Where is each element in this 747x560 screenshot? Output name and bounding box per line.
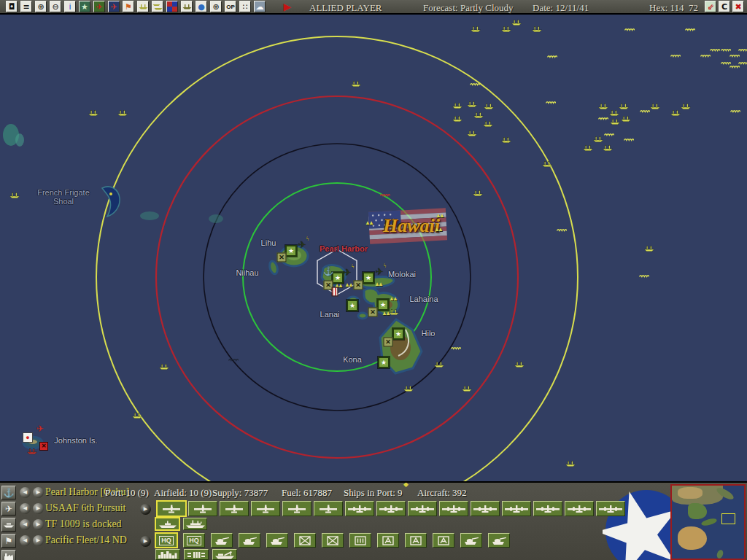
- bomber-unit-button[interactable]: [439, 501, 468, 516]
- report-icon[interactable]: ≡: [20, 1, 32, 12]
- allied-taskforce-icon[interactable]: [621, 116, 631, 122]
- city-unit-button[interactable]: [155, 549, 180, 560]
- allied-taskforce-icon[interactable]: [583, 145, 593, 152]
- allied-taskforce-icon[interactable]: [117, 110, 128, 117]
- airgroup-icon[interactable]: ✈ϟ: [298, 240, 306, 249]
- allied-taskforce-icon[interactable]: [700, 53, 711, 58]
- info-icon[interactable]: i: [64, 1, 76, 12]
- fighter-unit-button[interactable]: [314, 501, 343, 516]
- bomber-unit-button[interactable]: [596, 501, 625, 516]
- bomber-unit-button[interactable]: [565, 501, 594, 516]
- port-anchor-icon[interactable]: ⚓: [323, 267, 334, 276]
- terrain-hills-icon[interactable]: ▲▲: [344, 282, 352, 288]
- port-damage-icon[interactable]: [332, 287, 338, 297]
- prev-item-button-row4[interactable]: ◀: [20, 535, 31, 546]
- bomber-unit-button[interactable]: [376, 501, 406, 516]
- allied-taskforce-icon[interactable]: [685, 27, 695, 32]
- close-icon[interactable]: ✖: [732, 1, 744, 12]
- army-unit-button[interactable]: [405, 533, 427, 548]
- allied-base-icon[interactable]: ★: [347, 300, 358, 311]
- allied-taskforce-icon[interactable]: [228, 357, 239, 362]
- infantry-unit-icon[interactable]: ✕: [384, 338, 393, 347]
- allied-taskforce-icon[interactable]: [650, 104, 660, 110]
- shipyard-unit-button[interactable]: [212, 549, 237, 560]
- garrison-unit-button[interactable]: [349, 533, 371, 548]
- sides-grid-icon[interactable]: [166, 1, 178, 12]
- row-label-3[interactable]: TF 1009 is docked: [45, 518, 122, 530]
- infantry-unit-icon[interactable]: ✕: [277, 253, 287, 262]
- expand-list-button-row2[interactable]: ▶: [140, 504, 151, 515]
- infantry-unit-icon[interactable]: ✕: [368, 308, 378, 317]
- allied-taskforce-icon[interactable]: [738, 61, 747, 66]
- industry-icon[interactable]: [1, 550, 16, 560]
- terrain-hills-icon[interactable]: ▲▲: [434, 227, 441, 233]
- allied-taskforce-icon[interactable]: [681, 104, 691, 110]
- witp-star-icon[interactable]: ★: [79, 1, 90, 12]
- map-zoom-icon[interactable]: ⊕: [210, 1, 222, 12]
- prev-item-button-row2[interactable]: ◀: [20, 503, 31, 514]
- prev-item-button-row1[interactable]: ◀: [20, 487, 31, 498]
- allied-taskforce-icon[interactable]: [434, 362, 444, 368]
- allied-taskforce-icon[interactable]: [738, 47, 747, 52]
- allied-taskforce-icon[interactable]: [730, 109, 740, 114]
- infantry-unit-icon[interactable]: ✕: [354, 281, 363, 290]
- allied-taskforce-icon[interactable]: [598, 116, 608, 121]
- globe-icon[interactable]: ●: [196, 1, 207, 12]
- taskforce-icon[interactable]: [181, 1, 193, 12]
- airgroup-icon[interactable]: ✈ϟ: [344, 268, 352, 277]
- expand-list-button-row4[interactable]: ▶: [140, 536, 151, 547]
- allied-taskforce-icon[interactable]: [557, 228, 567, 233]
- japanese-airgroup-icon[interactable]: ✈: [36, 424, 44, 433]
- ground-units-icon[interactable]: ⚑: [1, 534, 16, 548]
- allied-taskforce-icon[interactable]: [640, 109, 650, 114]
- combat-report-icon[interactable]: C: [719, 1, 730, 12]
- allied-base-icon[interactable]: ★: [378, 357, 390, 368]
- taskforce-ship-icon[interactable]: [1, 518, 16, 532]
- allied-taskforce-icon[interactable]: [547, 54, 557, 59]
- zoom-out-icon[interactable]: ⊖: [50, 1, 61, 12]
- fighter-unit-button[interactable]: [188, 501, 217, 516]
- terrain-hills-icon[interactable]: ▲▲: [436, 213, 443, 219]
- tank-unit-button[interactable]: [488, 533, 510, 548]
- tank-unit-button[interactable]: [460, 533, 482, 548]
- allied-taskforce-icon[interactable]: [88, 110, 98, 117]
- allied-taskforce-icon[interactable]: [603, 145, 613, 152]
- allied-taskforce-icon[interactable]: [619, 104, 629, 110]
- japanese-ship-icon[interactable]: [27, 448, 37, 455]
- allied-taskforce-icon[interactable]: [462, 386, 472, 392]
- allied-taskforce-icon[interactable]: [546, 100, 556, 105]
- terrain-hills-icon[interactable]: ▲▲: [382, 311, 389, 316]
- prev-item-button-row3[interactable]: ◀: [20, 519, 31, 530]
- next-item-button-row4[interactable]: ▶: [33, 535, 44, 546]
- weather-icon[interactable]: ☁: [254, 1, 266, 12]
- patrol-boat-unit-button[interactable]: [155, 518, 179, 530]
- allied-taskforce-icon[interactable]: [473, 190, 483, 197]
- next-item-button-row2[interactable]: ▶: [33, 503, 44, 514]
- infantry-unit-button[interactable]: [322, 533, 344, 548]
- infantry-unit-button[interactable]: [294, 533, 316, 548]
- allied-taskforce-icon[interactable]: [610, 119, 620, 125]
- port-anchor-icon[interactable]: ⚓: [1, 486, 16, 499]
- allied-taskforce-icon[interactable]: [670, 110, 681, 117]
- army-unit-button[interactable]: [377, 533, 399, 548]
- allied-taskforce-icon[interactable]: [483, 121, 493, 128]
- allied-base-icon[interactable]: ★: [377, 299, 389, 311]
- zoom-in-icon[interactable]: ⊕: [35, 1, 47, 12]
- terrain-hills-icon[interactable]: ▲▲: [374, 281, 382, 287]
- allied-taskforce-icon[interactable]: [403, 386, 414, 392]
- fighter-unit-button[interactable]: [282, 501, 311, 516]
- japanese-taskforce-icon[interactable]: [380, 192, 390, 198]
- bomber-unit-button[interactable]: [502, 501, 531, 516]
- allied-taskforce-icon[interactable]: [532, 26, 542, 33]
- allied-taskforce-icon[interactable]: [644, 246, 654, 252]
- tank-unit-button[interactable]: [266, 533, 288, 548]
- allied-taskforce-icon[interactable]: [389, 309, 399, 316]
- resources-unit-button[interactable]: [184, 549, 209, 560]
- operations-icon[interactable]: OP: [225, 1, 236, 12]
- ship-icon[interactable]: [137, 1, 149, 12]
- allied-taskforce-icon[interactable]: [609, 110, 619, 117]
- fighter-unit-button[interactable]: [220, 501, 249, 516]
- allied-taskforce-icon[interactable]: [467, 131, 477, 137]
- allied-taskforce-icon[interactable]: [598, 104, 608, 110]
- japanese-infantry-icon[interactable]: ✕: [39, 442, 48, 451]
